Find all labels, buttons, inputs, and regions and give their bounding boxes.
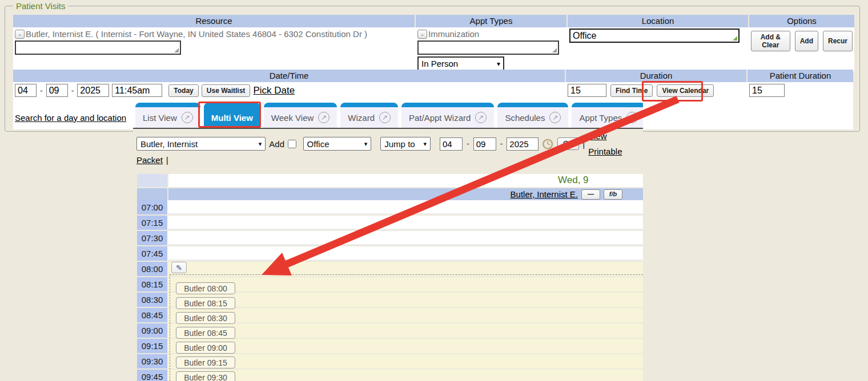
resize-grip-icon: [733, 36, 737, 40]
patient-duration-cell: [748, 82, 853, 129]
view-calendar-button[interactable]: View Calendar: [657, 84, 714, 97]
tab-week-view[interactable]: Week View ↗: [264, 103, 337, 128]
appointment-button[interactable]: Butler 08:45: [176, 327, 235, 339]
fb-toggle-button[interactable]: f/b: [604, 189, 622, 200]
add-button[interactable]: Add: [795, 31, 818, 51]
patient-duration-input[interactable]: [749, 84, 785, 97]
pick-date-link[interactable]: Pick Date: [253, 85, 295, 96]
toolbar-year-input[interactable]: [507, 137, 539, 151]
chevron-down-icon: ▾: [364, 136, 368, 152]
appointment-zone: [170, 274, 643, 381]
time-label: 07:00: [137, 200, 167, 214]
time-label: 09:45: [137, 370, 167, 381]
year-input[interactable]: [77, 84, 109, 97]
collapse-column-button[interactable]: —: [581, 189, 600, 200]
appointment-button[interactable]: Butler 09:15: [176, 356, 235, 368]
time-label: 09:00: [137, 323, 167, 338]
recur-button[interactable]: Recur: [823, 31, 853, 51]
day-input[interactable]: [46, 84, 68, 97]
resource-header: Resource: [13, 15, 415, 27]
chevron-down-icon: ▾: [259, 136, 262, 152]
edit-slot-button[interactable]: ✎: [171, 262, 187, 273]
chevron-down-icon: ▾: [497, 60, 500, 68]
time-row: 07:30: [137, 231, 643, 245]
time-label: 07:30: [137, 231, 167, 245]
remove-resource-button[interactable]: -: [15, 30, 25, 39]
time-label: 08:15: [137, 277, 167, 291]
chevron-down-icon: ▾: [423, 136, 427, 152]
options-header: Options: [749, 15, 854, 27]
tab-list-view[interactable]: List View ↗: [135, 103, 200, 128]
time-input[interactable]: [112, 84, 162, 97]
appointment-button[interactable]: Butler 08:15: [176, 297, 235, 309]
find-time-button[interactable]: Find Time: [610, 84, 653, 97]
datetime-header: Date/Time: [13, 70, 565, 82]
duration-input[interactable]: [568, 84, 606, 97]
pencil-icon: ✎: [176, 264, 182, 272]
open-new-window-icon[interactable]: ↗: [626, 112, 638, 123]
month-input[interactable]: [15, 84, 37, 97]
time-label: 09:30: [137, 354, 167, 368]
appointment-button[interactable]: Butler 09:30: [176, 371, 235, 381]
duration-header: Duration: [566, 70, 746, 82]
appointment-button[interactable]: Butler 09:00: [176, 342, 235, 354]
slot-cell[interactable]: [168, 200, 643, 214]
open-new-window-icon[interactable]: ↗: [475, 112, 487, 123]
page-background: Patient Visits Resource Appt Types Locat…: [0, 0, 868, 381]
calendar-corner-cell: [137, 174, 167, 187]
open-new-window-icon[interactable]: ↗: [182, 112, 193, 123]
location-header: Location: [568, 15, 748, 27]
resource-header-row: Butler, Internist E. — f/b: [137, 188, 643, 200]
time-row: 07:45: [137, 246, 643, 261]
time-label: 09:15: [137, 339, 167, 353]
use-waitlist-button[interactable]: Use Waitlist: [202, 84, 251, 97]
tab-appt-types[interactable]: Appt Types ↗: [572, 103, 643, 128]
appt-type-search-input[interactable]: [417, 40, 559, 55]
appt-types-cell: -Immunization In Person▾: [416, 27, 566, 72]
jump-to-select[interactable]: Jump to▾: [380, 137, 431, 151]
go-button[interactable]: Go: [557, 137, 580, 150]
clock-icon[interactable]: [542, 138, 553, 150]
calendar-popup: List View ↗ Multi View Week View ↗ Wizar…: [133, 103, 643, 381]
add-and-clear-button[interactable]: Add & Clear: [751, 31, 790, 51]
toolbar-month-input[interactable]: [440, 137, 463, 151]
appointment-button[interactable]: Butler 08:00: [176, 282, 235, 294]
resource-header-cell: Butler, Internist E. — f/b: [168, 188, 643, 200]
calendar-resource-link[interactable]: Butler, Internist E.: [511, 189, 578, 199]
resource-search-input[interactable]: [15, 40, 181, 55]
open-new-window-icon[interactable]: ↗: [549, 112, 561, 123]
time-label: 07:15: [137, 216, 167, 230]
open-new-window-icon[interactable]: ↗: [379, 112, 391, 123]
tab-pat-appt-wizard[interactable]: Pat/Appt Wizard ↗: [401, 103, 494, 128]
view-printable-packet-link[interactable]: Packet: [136, 152, 163, 168]
toolbar-resource-select[interactable]: Butler, Internist▾: [136, 137, 266, 151]
view-printable-packet-link[interactable]: View Printable: [588, 128, 641, 159]
tab-multi-view[interactable]: Multi View: [204, 103, 260, 128]
day-header-row: Wed, 9: [137, 174, 643, 187]
open-new-window-icon[interactable]: ↗: [318, 112, 329, 123]
slot-cell[interactable]: [168, 216, 643, 230]
toolbar-location-select[interactable]: Office▾: [303, 137, 372, 151]
add-checkbox[interactable]: [288, 140, 296, 148]
tab-schedules[interactable]: Schedules ↗: [497, 103, 568, 128]
remove-appt-type-button[interactable]: -: [417, 30, 427, 39]
resize-grip-icon: [552, 48, 557, 52]
tab-wizard[interactable]: Wizard ↗: [340, 103, 398, 128]
time-label: 08:00: [137, 262, 167, 276]
visit-mode-select[interactable]: In Person▾: [417, 56, 504, 71]
location-cell: Office: [568, 27, 748, 72]
fieldset-legend: Patient Visits: [13, 1, 68, 11]
patient-duration-header: Patient Duration: [748, 70, 853, 82]
today-button[interactable]: Today: [168, 84, 198, 97]
slot-cell[interactable]: [168, 231, 643, 245]
location-input[interactable]: Office: [569, 29, 740, 43]
selected-resource-text: Butler, Internist E. ( Internist - Fort …: [26, 29, 367, 39]
search-day-location-link[interactable]: Search for a day and location: [15, 113, 126, 123]
time-row: 07:15: [137, 216, 643, 230]
resource-table: Resource Appt Types Location Options -Bu…: [13, 15, 852, 69]
calendar-corner-cell: [137, 188, 167, 200]
resize-grip-icon: [174, 48, 179, 52]
slot-cell[interactable]: [168, 246, 643, 261]
toolbar-day-input[interactable]: [473, 137, 496, 151]
appointment-button[interactable]: Butler 08:30: [176, 312, 235, 324]
